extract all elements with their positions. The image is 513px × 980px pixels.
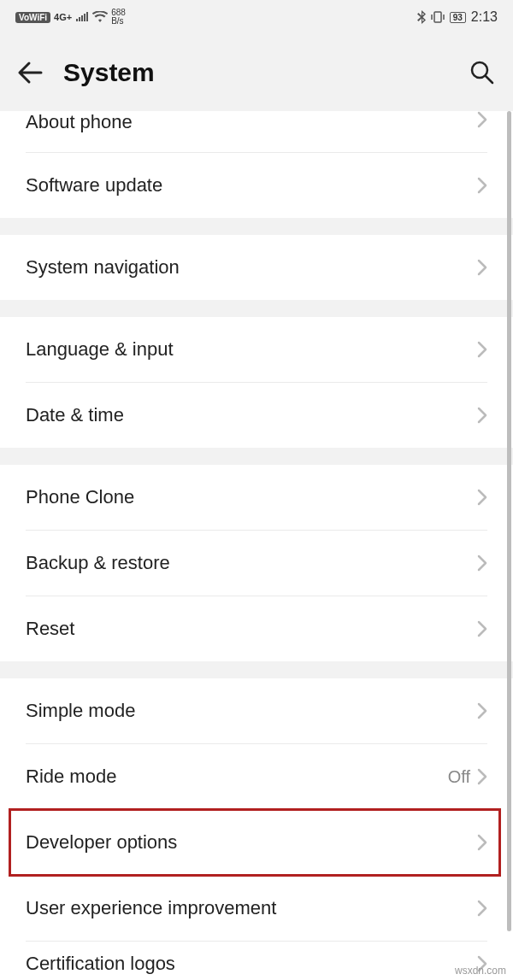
speed-unit: B/s [111,17,123,26]
settings-row-certification-logos[interactable]: Certification logos [0,942,513,980]
row-label: Certification logos [26,953,477,975]
signal-icon [75,11,89,23]
chevron-right-icon [477,702,487,719]
chevron-right-icon [477,259,487,276]
row-label: Phone Clone [26,486,477,508]
back-button[interactable] [17,60,43,85]
settings-row-system-navigation[interactable]: System navigation [0,235,513,300]
settings-group: About phoneSoftware update [0,111,513,218]
page-title: System [63,58,448,87]
settings-row-ride-mode[interactable]: Ride modeOff [0,744,513,809]
row-label: Developer options [26,831,477,854]
settings-group: System navigation [0,235,513,300]
settings-group: Language & inputDate & time [0,317,513,448]
status-right: 93 2:13 [417,9,498,25]
chevron-right-icon [477,111,487,128]
scrollbar[interactable] [507,111,511,931]
watermark: wsxdn.com [455,965,506,977]
vowifi-badge: VoWiFi [15,12,50,23]
chevron-right-icon [477,900,487,917]
settings-row-developer-options[interactable]: Developer options [0,810,513,875]
header: System [0,34,513,111]
row-label: About phone [26,111,477,133]
row-label: Software update [26,174,477,197]
chevron-right-icon [477,555,487,572]
row-label: Date & time [26,404,477,426]
chevron-right-icon [477,341,487,358]
chevron-right-icon [477,768,487,785]
settings-row-simple-mode[interactable]: Simple mode [0,678,513,743]
row-label: Language & input [26,338,477,361]
settings-group: Phone CloneBackup & restoreReset [0,465,513,661]
row-label: Reset [26,618,477,640]
settings-row-backup-restore[interactable]: Backup & restore [0,531,513,596]
settings-row-date-time[interactable]: Date & time [0,383,513,448]
chevron-right-icon [477,489,487,506]
status-left: VoWiFi 4G+ 688 B/s [15,9,126,26]
chevron-right-icon [477,834,487,851]
settings-row-phone-clone[interactable]: Phone Clone [0,465,513,530]
battery-indicator: 93 [450,12,466,23]
chevron-right-icon [477,177,487,194]
row-label: User experience improvement [26,897,477,919]
settings-row-software-update[interactable]: Software update [0,153,513,218]
network-type: 4G+ [54,13,72,22]
settings-list[interactable]: About phoneSoftware updateSystem navigat… [0,111,513,980]
settings-group: Simple modeRide modeOffDeveloper options… [0,678,513,980]
row-label: System navigation [26,256,477,279]
chevron-right-icon [477,620,487,637]
row-label: Backup & restore [26,552,477,574]
bluetooth-icon [417,10,426,24]
vibrate-icon [431,10,445,24]
search-button[interactable] [469,59,496,86]
wifi-icon [92,11,108,23]
status-bar: VoWiFi 4G+ 688 B/s 93 2:13 [0,0,513,34]
row-label: Ride mode [26,766,448,788]
settings-row-user-experience[interactable]: User experience improvement [0,876,513,941]
settings-row-language-input[interactable]: Language & input [0,317,513,382]
settings-row-reset[interactable]: Reset [0,596,513,661]
svg-rect-0 [434,12,441,22]
chevron-right-icon [477,407,487,424]
network-speed: 688 B/s [111,9,126,26]
row-value: Off [448,767,470,787]
row-label: Simple mode [26,700,477,722]
settings-row-about-phone[interactable]: About phone [0,111,513,152]
clock: 2:13 [471,9,498,25]
